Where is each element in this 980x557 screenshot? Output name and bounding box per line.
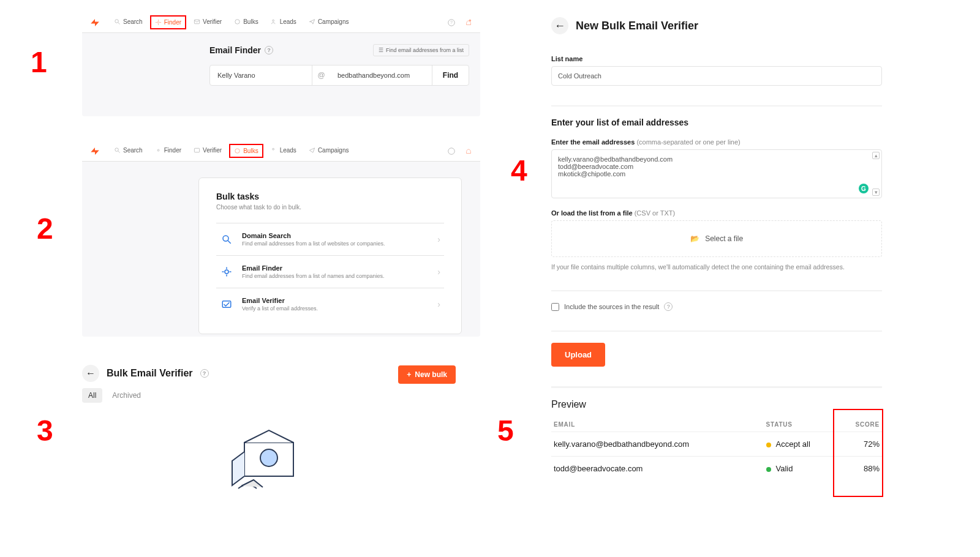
panel-step-2: Search Finder Verifier Bulks Leads Campa… (82, 141, 480, 337)
nav-verifier-label: Verifier (203, 147, 222, 154)
nav-verifier[interactable]: Verifier (189, 143, 227, 159)
emails-textarea[interactable]: kelly.varano@bedbathandbeyond.com todd@b… (551, 149, 882, 198)
svg-point-23 (448, 148, 455, 154)
bulk-verifier-title: Bulk Email Verifier (107, 368, 193, 379)
nav-verifier[interactable]: Verifier (189, 15, 227, 30)
enter-heading: Enter your list of email addresses (551, 118, 882, 127)
list-name-input[interactable] (551, 66, 882, 86)
back-button[interactable]: ← (82, 365, 99, 382)
task-domain-search[interactable]: Domain Search Find email addresses from … (216, 223, 444, 255)
bulks-icon (234, 18, 241, 25)
step-number-5: 5 (497, 416, 514, 446)
include-sources-checkbox[interactable] (551, 303, 559, 311)
nav-search[interactable]: Search (109, 15, 148, 30)
score-highlight-box (833, 409, 883, 497)
help-icon[interactable]: ? (447, 18, 456, 27)
nav-campaigns-label: Campaigns (318, 147, 349, 154)
svg-point-26 (225, 270, 228, 274)
svg-point-19 (157, 149, 159, 151)
search-icon (220, 234, 233, 245)
panel-steps-4-5: ← New Bulk Email Verifier List name Ente… (551, 12, 882, 494)
new-bulk-verifier-title: New Bulk Email Verifier (576, 20, 698, 32)
preview-title: Preview (551, 399, 586, 410)
help-badge-icon[interactable]: ? (664, 302, 673, 311)
task-name: Email Verifier (242, 297, 429, 304)
at-separator-icon: @ (312, 65, 330, 85)
campaigns-icon (309, 18, 315, 25)
svg-line-25 (228, 241, 231, 244)
task-desc: Verify a list of email addresses. (242, 305, 429, 312)
leads-icon (271, 147, 277, 154)
help-badge-icon[interactable]: ? (265, 46, 273, 54)
tab-archived[interactable]: Archived (106, 388, 147, 403)
nav-bulks-label: Bulks (243, 18, 258, 25)
include-sources-label: Include the sources in the result (564, 303, 659, 310)
select-file-dropzone[interactable]: 📂 Select a file (551, 220, 882, 257)
cell-email: kelly.varano@bedbathandbeyond.com (551, 432, 764, 457)
back-button[interactable]: ← (551, 17, 568, 34)
svg-line-5 (118, 23, 120, 24)
nav-campaigns[interactable]: Campaigns (304, 143, 354, 159)
svg-point-4 (115, 20, 119, 23)
step-number-3: 3 (37, 416, 53, 446)
svg-point-22 (272, 148, 274, 150)
topbar-1: Search Finder Verifier Bulks Leads Campa… (82, 12, 480, 33)
nav-campaigns-label: Campaigns (318, 18, 349, 25)
bulk-tasks-title: Bulk tasks (216, 192, 444, 201)
svg-point-12 (235, 20, 239, 24)
bell-icon[interactable] (464, 147, 473, 155)
svg-rect-20 (194, 148, 199, 152)
nav-bulks[interactable]: Bulks (229, 15, 263, 30)
find-button[interactable]: Find (432, 65, 469, 85)
target-icon (220, 266, 233, 277)
nav-finder-label: Finder (164, 147, 181, 154)
cell-status: Valid (764, 457, 839, 481)
nav-verifier-label: Verifier (203, 18, 222, 25)
new-bulk-button[interactable]: + New bulk (398, 365, 456, 384)
tab-all[interactable]: All (82, 388, 102, 403)
bell-icon[interactable] (464, 18, 473, 27)
table-row[interactable]: kelly.varano@bedbathandbeyond.comAccept … (551, 432, 882, 457)
nav-campaigns[interactable]: Campaigns (304, 15, 354, 30)
svg-text:?: ? (450, 20, 453, 24)
step-number-2: 2 (37, 214, 53, 244)
nav-leads[interactable]: Leads (266, 15, 301, 30)
nav-search-label: Search (123, 18, 143, 25)
svg-rect-31 (222, 301, 231, 308)
search-icon (114, 18, 121, 25)
hunter-logo-icon (89, 17, 100, 28)
plus-icon: + (407, 370, 411, 379)
svg-point-33 (260, 449, 277, 466)
grammarly-icon: G (859, 184, 869, 193)
nav-leads[interactable]: Leads (266, 143, 301, 159)
help-icon[interactable] (447, 147, 456, 155)
verifier-icon (194, 147, 200, 154)
task-email-finder[interactable]: Email Finder Find email addresses from a… (216, 255, 444, 288)
chevron-right-icon: › (437, 267, 440, 277)
task-email-verifier[interactable]: Email Verifier Verify a list of email ad… (216, 288, 444, 320)
svg-point-16 (469, 19, 472, 21)
nav-search-label: Search (123, 147, 143, 154)
table-row[interactable]: todd@beeradvocate.comValid88% (551, 457, 882, 481)
file-label: Or load the list from a file (CSV or TXT… (551, 209, 882, 217)
scrollbar[interactable]: ▴ ▾ (872, 152, 880, 196)
find-from-list-button[interactable]: ☰ Find email addresses from a list (373, 44, 469, 56)
scroll-down-icon[interactable]: ▾ (872, 189, 880, 196)
campaigns-icon (309, 147, 315, 154)
nav-finder[interactable]: Finder (150, 15, 186, 29)
nav-finder[interactable]: Finder (150, 143, 186, 159)
svg-point-24 (223, 236, 228, 241)
nav-search[interactable]: Search (109, 143, 148, 159)
status-dot-icon (766, 467, 771, 472)
upload-button[interactable]: Upload (551, 343, 605, 367)
target-icon (155, 19, 162, 26)
domain-input[interactable]: bedbathandbeyond.com (330, 65, 432, 85)
bulks-icon (234, 148, 241, 154)
help-badge-icon[interactable]: ? (200, 369, 209, 378)
svg-point-13 (272, 20, 274, 21)
verifier-icon (220, 299, 233, 310)
task-desc: Find email addresses from a list of webs… (242, 241, 429, 247)
nav-bulks[interactable]: Bulks (229, 144, 263, 158)
scroll-up-icon[interactable]: ▴ (872, 152, 880, 159)
name-input[interactable]: Kelly Varano (210, 65, 312, 85)
